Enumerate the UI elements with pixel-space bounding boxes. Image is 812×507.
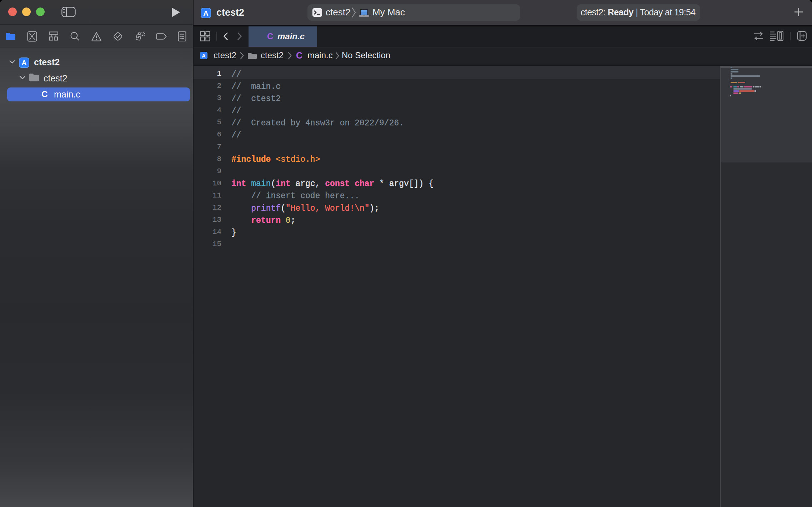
svg-text:A: A [202,53,206,59]
svg-text:A: A [21,59,26,67]
svg-text:A: A [203,9,208,17]
